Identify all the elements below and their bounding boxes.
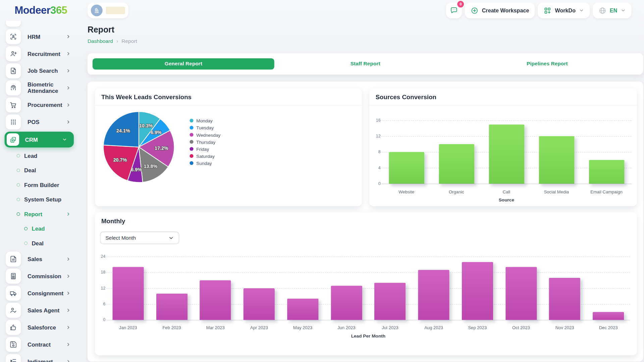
bar-jul-2023[interactable] <box>374 283 406 320</box>
sidebar-item-sales[interactable]: Sales <box>6 252 77 267</box>
bar-website[interactable] <box>389 152 424 184</box>
bar-apr-2023[interactable] <box>244 288 275 320</box>
sidebar-item-indiamart[interactable]: Indiamart <box>6 354 77 362</box>
truck-icon <box>6 286 21 301</box>
sidebar-item-procurement[interactable]: Procurement <box>6 98 77 113</box>
sidebar-subitem-report[interactable]: Report <box>6 208 77 220</box>
sidebar-item-salesforce[interactable]: Salesforce <box>6 320 77 335</box>
main-content: Report Dashboard › Report General Report… <box>88 25 643 362</box>
crm-icon <box>7 133 19 146</box>
legend-dot <box>190 154 193 158</box>
tab-general-report[interactable]: General Report <box>93 58 274 70</box>
sidebar-item-recruitment[interactable]: Recruitment <box>6 46 77 61</box>
legend-item-sunday[interactable]: Sunday <box>190 161 220 166</box>
app-switcher-button[interactable]: WorkDo <box>538 2 590 18</box>
language-selector[interactable]: EN <box>593 2 632 18</box>
y-tick-label: 12 <box>96 286 105 290</box>
bullet-ring-icon <box>17 213 20 216</box>
bar-dec-2023[interactable] <box>593 312 624 320</box>
workspace-switcher[interactable] <box>88 2 128 18</box>
sidebar-item-pos[interactable]: POS <box>6 115 77 130</box>
sidebar-item-label: Biometric Attendance <box>28 82 64 94</box>
y-tick-label: 8 <box>371 149 380 154</box>
tab-staff-report[interactable]: Staff Report <box>274 58 456 70</box>
sidebar-item-job-search[interactable]: Job Search <box>6 63 77 78</box>
bar-nov-2023[interactable] <box>549 278 580 320</box>
pie-slice-percent-label: 10.3% <box>139 123 153 128</box>
messages-button[interactable]: 0 <box>446 2 462 18</box>
sidebar-subitem-report-deal[interactable]: Deal <box>6 237 77 249</box>
logo[interactable]: Modeer365 <box>14 4 67 16</box>
legend-item-monday[interactable]: Monday <box>190 118 220 123</box>
bar-jun-2023[interactable] <box>331 286 362 320</box>
x-tick-label: Organic <box>431 189 481 194</box>
legend-item-wednesday[interactable]: Wednesday <box>190 132 220 137</box>
bar-mar-2023[interactable] <box>200 280 231 320</box>
x-tick-label: Feb 2023 <box>150 325 194 330</box>
bar-sep-2023[interactable] <box>462 262 493 320</box>
sidebar-item-label: POS <box>28 119 39 125</box>
sidebar-item-label: Indiamart <box>28 358 53 362</box>
sidebar-subitem-system-setup[interactable]: System Setup <box>6 193 77 206</box>
legend-dot <box>190 140 193 144</box>
x-tick-label: Jul 2023 <box>368 325 412 330</box>
sidebar-item-consignment[interactable]: Consignment <box>6 286 77 301</box>
legend-item-friday[interactable]: Friday <box>190 146 220 151</box>
breadcrumb-current: Report <box>121 38 137 44</box>
bar-social-media[interactable] <box>539 136 574 184</box>
bar-cell <box>325 257 368 320</box>
bar-aug-2023[interactable] <box>418 270 449 320</box>
chevron-right-icon <box>66 308 71 313</box>
tab-pipelines-report[interactable]: Pipelines Report <box>456 58 638 70</box>
y-tick-label: 24 <box>96 254 105 259</box>
sidebar-item-crm[interactable]: CRM <box>5 132 74 147</box>
sidebar-subitem-label: System Setup <box>24 196 61 203</box>
workspace-building-icon <box>91 5 103 16</box>
create-workspace-button[interactable]: Create Workspace <box>465 2 535 18</box>
bar-call[interactable] <box>489 124 524 184</box>
chevron-right-icon <box>66 103 71 108</box>
bar-cell <box>543 257 587 320</box>
bullet-ring-icon <box>17 169 20 172</box>
sidebar-subitem-form-builder[interactable]: Form Builder <box>6 179 77 191</box>
x-axis-title: Source <box>381 197 632 202</box>
bar-may-2023[interactable] <box>287 299 318 320</box>
sidebar-item-biometric-attendance[interactable]: Biometric Attendance <box>6 80 77 96</box>
sidebar-subitem-label: Form Builder <box>24 182 59 188</box>
bar-organic[interactable] <box>439 144 474 184</box>
sidebar-subitem-report-lead[interactable]: Lead <box>6 223 77 235</box>
chevron-right-icon <box>66 342 71 347</box>
legend-dot <box>190 161 193 165</box>
bar-cell <box>587 257 630 320</box>
bar-email-campaign[interactable] <box>589 160 624 184</box>
bar-oct-2023[interactable] <box>505 267 537 320</box>
sidebar-item-label: Recruitment <box>28 51 60 57</box>
sidebar-item-contract[interactable]: Contract <box>6 337 77 352</box>
chevron-right-icon <box>66 51 71 56</box>
select-month-dropdown[interactable]: Select Month <box>100 232 179 244</box>
x-axis-labels: WebsiteOrganicCallSocial MediaEmail Camp… <box>381 189 632 194</box>
legend-item-saturday[interactable]: Saturday <box>190 154 220 159</box>
indent-list-icon <box>6 354 21 362</box>
legend-item-tuesday[interactable]: Tuesday <box>190 125 220 130</box>
sidebar-item-label: Sales <box>28 256 42 262</box>
sidebar-item-sales-agent[interactable]: Sales Agent <box>6 303 77 318</box>
pie-slice-percent-label: 24.1% <box>116 128 130 133</box>
sources-conversion-chart: 0481216 WebsiteOrganicCallSocial MediaEm… <box>371 120 631 202</box>
chevron-down-icon <box>62 137 67 142</box>
x-tick-label: Email Campaign <box>582 189 632 194</box>
sidebar-subitem-lead[interactable]: Lead <box>6 149 77 162</box>
y-axis-labels: 06121824 <box>97 257 106 320</box>
chevron-right-icon <box>66 257 71 262</box>
sidebar-item-commission[interactable]: Commission <box>6 269 77 284</box>
bar-jan-2023[interactable] <box>112 267 144 320</box>
breadcrumb-dashboard-link[interactable]: Dashboard <box>88 38 113 44</box>
sidebar-item-label: Consignment <box>28 290 63 297</box>
sidebar-subitem-deal[interactable]: Deal <box>6 164 77 177</box>
header-actions: 0 Create Workspace WorkDo EN <box>446 2 632 18</box>
bar-cell <box>281 257 325 320</box>
sidebar-item-hrm[interactable]: HRM <box>6 29 77 44</box>
legend-item-thursday[interactable]: Thursday <box>190 139 220 144</box>
y-tick-label: 18 <box>96 270 105 275</box>
bar-feb-2023[interactable] <box>156 294 187 320</box>
